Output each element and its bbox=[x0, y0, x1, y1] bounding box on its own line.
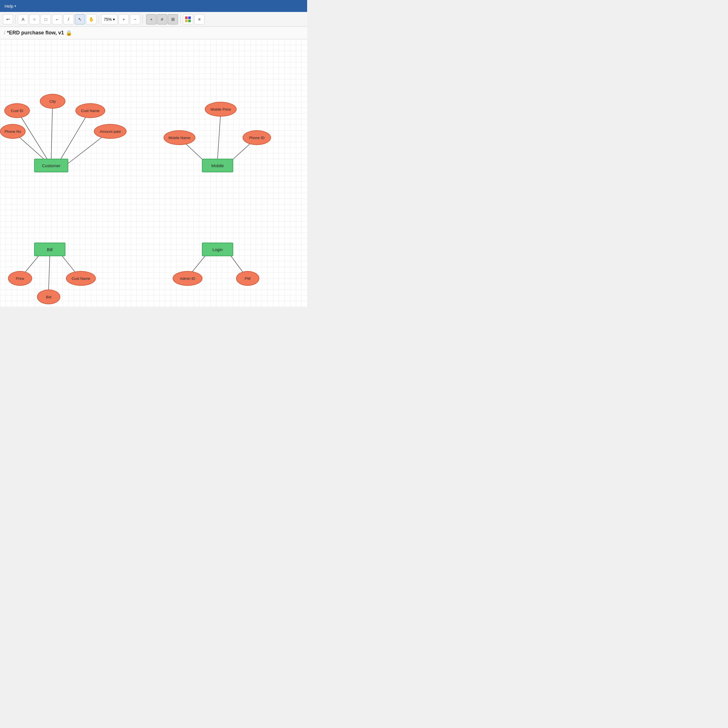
entity-mobile-label: Mobile bbox=[211, 163, 224, 168]
entity-login-label: Login bbox=[213, 247, 223, 252]
svg-rect-3 bbox=[188, 20, 191, 22]
attr-admin-id[interactable]: Admin ID bbox=[173, 271, 202, 286]
line-tool-button[interactable]: / bbox=[63, 14, 73, 24]
connector-tool-button[interactable]: ⌐ bbox=[52, 14, 62, 24]
attr-cust-id[interactable]: Cust ID bbox=[4, 103, 30, 118]
entity-login[interactable]: Login bbox=[202, 243, 233, 256]
attr-city[interactable]: City bbox=[40, 94, 66, 109]
attr-pw[interactable]: PW bbox=[236, 271, 259, 286]
ellipse-tool-button[interactable]: ○ bbox=[29, 14, 40, 24]
text-tool-button[interactable]: A bbox=[18, 14, 28, 24]
page-title: *ERD purchase flow, v1 bbox=[7, 30, 64, 36]
grid-hash-icon: # bbox=[161, 17, 163, 21]
grid-hash-button[interactable]: # bbox=[157, 14, 167, 24]
attr-pw-label: PW bbox=[245, 277, 251, 281]
zoom-out-icon: − bbox=[134, 17, 136, 21]
hand-tool-icon: ✋ bbox=[89, 17, 94, 22]
svg-line-9 bbox=[217, 116, 220, 159]
hand-tool-button[interactable]: ✋ bbox=[86, 14, 96, 24]
grid-square-button[interactable]: ⊞ bbox=[168, 14, 178, 24]
attr-mobile-price[interactable]: Mobile Price bbox=[205, 102, 237, 116]
attr-bill-cust-name-label: Cust Name bbox=[72, 277, 90, 281]
attr-amount-paid[interactable]: Amount paid bbox=[94, 124, 127, 139]
layers-icon: ≡ bbox=[198, 17, 201, 21]
attr-mobile-name[interactable]: Mobile Name bbox=[164, 130, 195, 145]
svg-rect-0 bbox=[185, 17, 188, 19]
attr-cust-name[interactable]: Cust Name bbox=[75, 103, 105, 118]
grid-add-icon: + bbox=[150, 17, 153, 21]
diagram-canvas[interactable]: Customer Mobile Bill Login Cust ID Phone… bbox=[0, 39, 307, 307]
grid-tools: + # ⊞ bbox=[146, 14, 178, 24]
svg-line-6 bbox=[51, 101, 53, 159]
entity-mobile[interactable]: Mobile bbox=[202, 159, 233, 172]
layers-button[interactable]: ≡ bbox=[194, 14, 205, 24]
svg-rect-1 bbox=[188, 17, 191, 19]
pointer-tool-button[interactable]: ↖ bbox=[75, 14, 85, 24]
attr-bid-label: Bid bbox=[46, 295, 52, 299]
breadcrumb-slash: / bbox=[4, 31, 5, 35]
help-menu[interactable]: Help ▾ bbox=[5, 4, 16, 9]
toolbar: ↩ A ○ □ ⌐ / ↖ ✋ 75% ▾ + − + # ⊞ bbox=[0, 12, 307, 27]
rect-tool-icon: □ bbox=[44, 17, 47, 21]
attr-cust-id-label: Cust ID bbox=[11, 109, 23, 113]
attr-price-label: Price bbox=[16, 277, 24, 281]
svg-line-7 bbox=[57, 111, 90, 165]
separator-2 bbox=[99, 15, 99, 24]
undo-button[interactable]: ↩ bbox=[3, 14, 13, 24]
zoom-in-icon: + bbox=[122, 17, 125, 21]
attr-price[interactable]: Price bbox=[8, 271, 32, 286]
connector-tool-icon: ⌐ bbox=[56, 17, 58, 21]
help-label: Help bbox=[5, 4, 13, 9]
attr-cust-name-label: Cust Name bbox=[81, 109, 99, 113]
entity-customer-label: Customer bbox=[42, 163, 60, 168]
attr-phone-id-label: Phone ID bbox=[249, 136, 265, 140]
attr-phone-id[interactable]: Phone ID bbox=[243, 130, 271, 145]
menu-bar: Help ▾ bbox=[0, 0, 307, 12]
zoom-in-button[interactable]: + bbox=[119, 14, 129, 24]
pointer-tool-icon: ↖ bbox=[78, 17, 82, 22]
lock-icon[interactable]: 🔒 bbox=[66, 30, 72, 36]
separator-1 bbox=[15, 15, 16, 24]
svg-line-4 bbox=[17, 111, 51, 165]
ellipse-tool-icon: ○ bbox=[33, 17, 35, 21]
attr-mobile-name-label: Mobile Name bbox=[169, 136, 191, 140]
entity-customer[interactable]: Customer bbox=[34, 159, 68, 172]
svg-rect-2 bbox=[185, 20, 188, 22]
attr-bid[interactable]: Bid bbox=[37, 289, 60, 304]
text-tool-icon: A bbox=[21, 17, 24, 21]
attr-amount-paid-label: Amount paid bbox=[100, 129, 121, 134]
separator-4 bbox=[180, 15, 180, 24]
zoom-control[interactable]: 75% ▾ bbox=[101, 14, 118, 24]
line-tool-icon: / bbox=[68, 17, 69, 21]
grid-add-button[interactable]: + bbox=[146, 14, 156, 24]
attr-phone-no-label: Phone No bbox=[5, 129, 21, 134]
entity-bill[interactable]: Bill bbox=[34, 243, 66, 256]
zoom-chevron: ▾ bbox=[113, 17, 115, 21]
grid-square-icon: ⊞ bbox=[171, 17, 175, 22]
rect-tool-button[interactable]: □ bbox=[41, 14, 51, 24]
connections-layer bbox=[0, 39, 307, 307]
entity-bill-label: Bill bbox=[47, 247, 53, 252]
help-chevron: ▾ bbox=[14, 4, 16, 8]
color-icon bbox=[185, 16, 191, 23]
attr-city-label: City bbox=[49, 99, 56, 104]
attr-mobile-price-label: Mobile Price bbox=[210, 107, 231, 112]
color-picker-button[interactable] bbox=[183, 14, 193, 24]
title-bar: / *ERD purchase flow, v1 🔒 bbox=[0, 27, 307, 39]
zoom-label: 75% bbox=[104, 17, 112, 21]
attr-admin-id-label: Admin ID bbox=[180, 277, 195, 281]
zoom-out-button[interactable]: − bbox=[130, 14, 140, 24]
attr-bill-cust-name[interactable]: Cust Name bbox=[66, 271, 96, 286]
attr-phone-no[interactable]: Phone No bbox=[0, 124, 26, 139]
separator-3 bbox=[142, 15, 143, 24]
